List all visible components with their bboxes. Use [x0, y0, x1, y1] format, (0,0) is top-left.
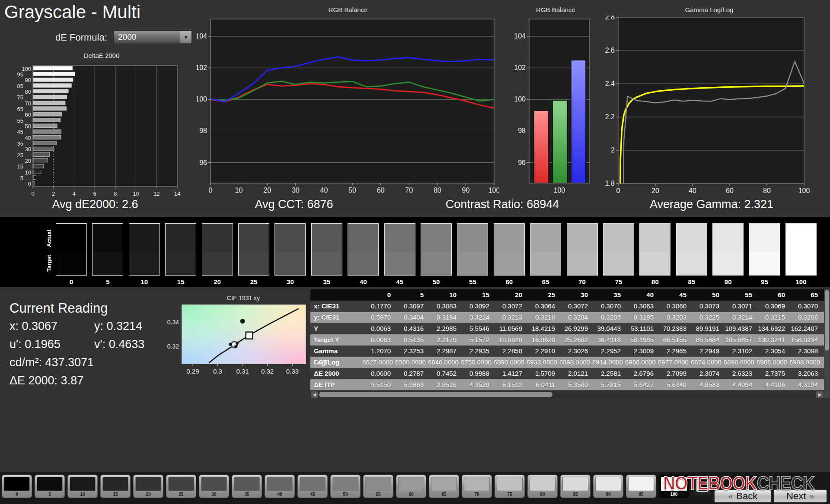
deltae-bar-70	[33, 101, 65, 105]
table-cell: 0.3203	[658, 312, 691, 323]
deltae-bar-10	[33, 170, 41, 174]
svg-text:96: 96	[518, 159, 526, 166]
table-cell: 0.3092	[461, 301, 494, 312]
svg-text:0: 0	[28, 181, 31, 187]
table-cell: 0.3070	[592, 301, 625, 312]
table-cell: 6908.0000	[789, 357, 822, 368]
ramp-level-label: 15	[165, 278, 197, 285]
scroll-left-arrow[interactable]: ◀	[311, 391, 318, 398]
vertical-scrollbar-thumb[interactable]	[825, 290, 829, 351]
svg-text:2.6: 2.6	[605, 47, 615, 54]
patch-button-30[interactable]: 30	[199, 475, 229, 498]
table-cell: 4.4106	[757, 379, 789, 390]
table-col-header-25: 25	[527, 289, 559, 301]
patch-button-55[interactable]: 55	[363, 475, 393, 498]
patch-button-15[interactable]: 15	[100, 475, 131, 498]
reading-v: v': 0.4633	[94, 338, 144, 351]
table-cell: 2.3009	[625, 346, 658, 357]
chevron-down-icon[interactable]: ▼	[180, 31, 192, 43]
calman-grayscale-screen: Grayscale - Multi dE Formula: 2000 ▼ Del…	[0, 0, 830, 504]
svg-text:65: 65	[17, 106, 23, 112]
deltae-bar-75	[33, 95, 67, 99]
table-cell: 0.3070	[789, 301, 822, 312]
svg-text:75: 75	[17, 94, 23, 101]
table-cell: 85.5684	[691, 334, 724, 346]
horizontal-scrollbar[interactable]: ◀▶	[310, 390, 824, 399]
table-cell: 6.1512	[494, 379, 527, 390]
ramp-swatch-10	[129, 223, 160, 276]
patch-button-65[interactable]: 65	[429, 475, 459, 498]
table-cell: 10.0620	[494, 334, 527, 346]
svg-text:100: 100	[197, 95, 207, 103]
patch-button-50[interactable]: 50	[330, 475, 361, 498]
ramp-level-label: 85	[676, 278, 708, 285]
ramp-level-label: 90	[712, 278, 744, 285]
ramp-swatch-65	[530, 223, 561, 276]
patch-button-70[interactable]: 70	[462, 475, 492, 498]
table-cell: 0.3063	[625, 301, 658, 312]
ramp-swatch-50	[421, 223, 452, 276]
patch-button-20[interactable]: 20	[133, 475, 163, 498]
table-cell: 4.8583	[691, 379, 724, 390]
svg-text:95: 95	[17, 71, 23, 78]
patch-button-100[interactable]: 100	[659, 475, 689, 498]
table-cell: 2.6323	[724, 368, 757, 379]
svg-text:60: 60	[25, 111, 31, 118]
patch-button-90[interactable]: 90	[593, 475, 623, 498]
table-cell: 0.5135	[395, 334, 428, 346]
table-cell: 5.6427	[625, 379, 658, 390]
table-cell: 0.3194	[428, 312, 461, 323]
table-cell: 0.7452	[428, 368, 461, 379]
pattern-window-toggle-button[interactable]	[693, 475, 712, 495]
deltae-bar-95	[33, 72, 75, 76]
svg-text:40: 40	[689, 187, 696, 194]
table-cell: 4.4094	[724, 379, 757, 390]
svg-text:15: 15	[17, 163, 23, 170]
patch-button-0[interactable]: 0	[2, 475, 32, 498]
ramp-level-label: 25	[238, 278, 270, 285]
patch-button-95[interactable]: 95	[626, 475, 656, 498]
table-cell: 2.2850	[494, 346, 527, 357]
patch-button-85[interactable]: 85	[560, 475, 591, 498]
deltae-bar-45	[33, 130, 61, 133]
table-cell: 11.0569	[494, 323, 527, 334]
de-formula-dropdown[interactable]: 2000 ▼	[113, 30, 192, 44]
ramp-level-label: 100	[785, 278, 817, 285]
rgb-line-chart-title: RGB Balance	[197, 5, 499, 16]
back-button-label: Back	[736, 491, 757, 502]
vertical-scrollbar[interactable]	[824, 289, 830, 398]
table-col-header-50: 50	[691, 289, 724, 301]
patch-button-25[interactable]: 25	[166, 475, 196, 498]
horizontal-scrollbar-thumb[interactable]	[319, 392, 552, 397]
grayscale-ramp-strip: Actual Target 05101520253035404550556065…	[0, 217, 830, 287]
svg-text:10: 10	[235, 187, 243, 194]
patch-button-35[interactable]: 35	[232, 475, 262, 498]
table-cell: 0.3404	[395, 312, 428, 323]
table-cell: 130.3241	[757, 334, 789, 346]
next-button[interactable]: Next »	[773, 489, 827, 503]
patch-button-60[interactable]: 60	[396, 475, 426, 498]
patch-button-10[interactable]: 10	[67, 475, 98, 498]
cie-ytick: 0.34	[162, 319, 179, 326]
scroll-right-arrow[interactable]: ▶	[816, 391, 824, 398]
table-cell: 36.4918	[592, 334, 625, 346]
page-title: Grayscale - Multi	[4, 2, 140, 22]
patch-button-45[interactable]: 45	[297, 475, 328, 498]
table-cell: 0.1770	[362, 301, 395, 312]
patch-button-5[interactable]: 5	[35, 475, 65, 498]
back-button[interactable]: « Back	[714, 489, 772, 503]
table-row: CCT8627.00006580.00006846.00006758.00006…	[310, 357, 824, 368]
table-row: ΔE ITP9.51505.98692.85264.35296.15126.04…	[310, 379, 824, 390]
patch-button-40[interactable]: 40	[265, 475, 295, 498]
stat-avg-de2000: Avg dE2000: 2.6	[0, 194, 190, 214]
table-cell: 0.5970	[362, 312, 395, 323]
rgb-bar-chart-title: RGB Balance	[509, 5, 602, 16]
table-cell: 0.3083	[428, 301, 461, 312]
ramp-level-label: 60	[493, 278, 525, 285]
deltae-bar-90	[33, 78, 73, 82]
patch-button-80[interactable]: 80	[527, 475, 558, 498]
patch-button-75[interactable]: 75	[495, 475, 525, 498]
svg-text:2.2: 2.2	[605, 113, 615, 120]
table-header-row: 05101520253035404550556065	[310, 289, 824, 301]
table-cell: 0.3205	[592, 312, 625, 323]
